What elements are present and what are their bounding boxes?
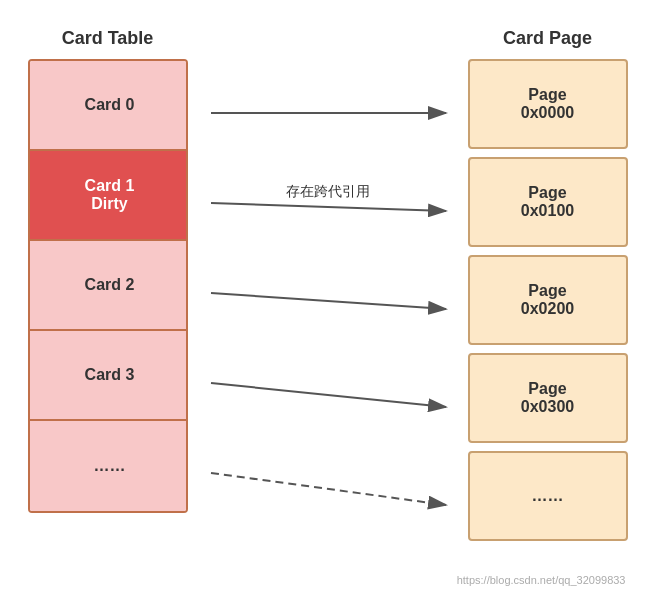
card-page: Page0x0000 Page0x0100 Page0x0200 Page0x0… bbox=[468, 59, 628, 541]
card-cell-1: Card 1Dirty bbox=[30, 151, 188, 241]
watermark: https://blog.csdn.net/qq_32099833 bbox=[457, 574, 626, 586]
cross-gen-label: 存在跨代引用 bbox=[286, 183, 370, 199]
arrow-2 bbox=[211, 293, 446, 309]
arrow-3 bbox=[211, 383, 446, 407]
diagram-container: Card Table Card 0 Card 1Dirty Card 2 Car… bbox=[28, 28, 628, 588]
page-cell-1: Page0x0100 bbox=[468, 157, 628, 247]
arrow-more bbox=[211, 473, 446, 505]
card-page-title: Card Page bbox=[503, 28, 592, 49]
card-cell-0: Card 0 bbox=[30, 61, 188, 151]
card-cell-3: Card 3 bbox=[30, 331, 188, 421]
card-table: Card 0 Card 1Dirty Card 2 Card 3 …… bbox=[28, 59, 188, 513]
card-cell-more: …… bbox=[30, 421, 188, 511]
card-page-column: Card Page Page0x0000 Page0x0100 Page0x02… bbox=[468, 28, 628, 541]
page-cell-3: Page0x0300 bbox=[468, 353, 628, 443]
card-table-title: Card Table bbox=[62, 28, 154, 49]
card-table-column: Card Table Card 0 Card 1Dirty Card 2 Car… bbox=[28, 28, 188, 513]
page-cell-0: Page0x0000 bbox=[468, 59, 628, 149]
card-cell-2: Card 2 bbox=[30, 241, 188, 331]
page-cell-2: Page0x0200 bbox=[468, 255, 628, 345]
page-cell-more: …… bbox=[468, 451, 628, 541]
arrow-1 bbox=[211, 203, 446, 211]
